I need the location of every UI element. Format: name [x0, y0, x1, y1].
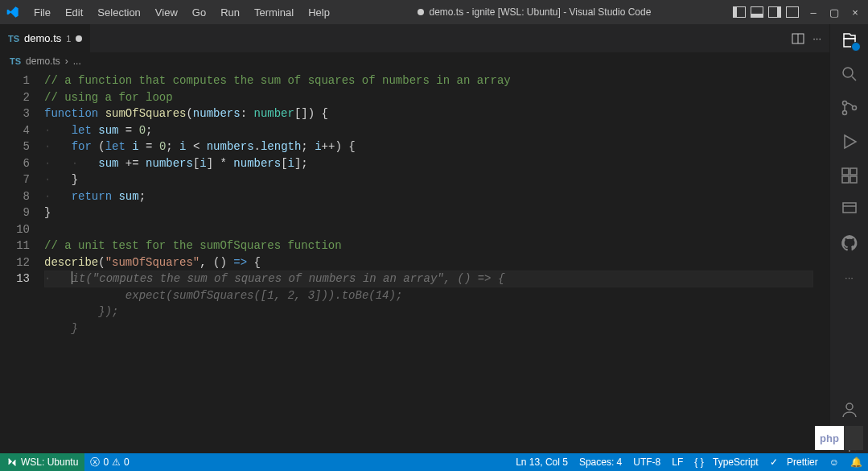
remote-indicator[interactable]: WSL: Ubuntu [0, 453, 84, 471]
tab-actions: ··· [784, 24, 829, 52]
svg-rect-8 [842, 176, 849, 183]
run-debug-icon[interactable] [840, 132, 859, 151]
eol[interactable]: LF [666, 457, 689, 468]
activity-bar: ··· [829, 24, 868, 453]
svg-point-5 [842, 111, 846, 115]
code-content[interactable]: // a function that computes the sum of s… [44, 70, 821, 453]
problems-indicator[interactable]: ⓧ0 ⚠0 [84, 453, 134, 471]
layout-custom-icon[interactable] [786, 6, 799, 18]
more-actions-icon[interactable]: ··· [812, 32, 821, 44]
prettier-status[interactable]: ✓ Prettier [764, 457, 824, 468]
svg-point-2 [843, 68, 853, 77]
menu-file[interactable]: File [27, 3, 57, 22]
title-bar: File Edit Selection View Go Run Terminal… [0, 0, 868, 24]
modified-dot-icon [418, 9, 424, 15]
breadcrumb[interactable]: TS demo.ts › ... [0, 52, 829, 70]
tab-modified-count: 1 [66, 34, 71, 43]
language-mode[interactable]: { } TypeScript [689, 457, 763, 468]
remote-icon [6, 457, 18, 468]
indentation[interactable]: Spaces: 4 [574, 457, 627, 468]
svg-point-4 [842, 101, 846, 105]
minimize-button[interactable]: – [807, 6, 820, 19]
menu-go[interactable]: Go [186, 3, 212, 22]
close-button[interactable]: × [849, 6, 862, 19]
menu-bar: File Edit Selection View Go Run Terminal… [27, 3, 336, 22]
minimap[interactable] [821, 70, 829, 453]
svg-rect-11 [843, 203, 856, 213]
notification-badge [851, 42, 861, 52]
window-title-text: demo.ts - ignite [WSL: Ubuntu] - Visual … [429, 6, 651, 18]
status-bar: WSL: Ubuntu ⓧ0 ⚠0 Ln 13, Col 5 Spaces: 4… [0, 453, 868, 471]
tab-demo-ts[interactable]: TS demo.ts 1 [0, 24, 91, 52]
split-editor-icon[interactable] [792, 32, 804, 45]
warning-icon: ⚠ [112, 457, 121, 468]
menu-terminal[interactable]: Terminal [248, 3, 300, 22]
php-watermark: php [815, 426, 863, 450]
layout-left-icon[interactable] [733, 6, 746, 18]
explorer-icon[interactable] [840, 31, 859, 50]
tab-modified-dot-icon [76, 35, 82, 42]
svg-point-13 [846, 403, 853, 410]
error-icon: ⓧ [90, 456, 100, 469]
check-icon: ✓ [770, 457, 778, 468]
feedback-icon[interactable]: ☺ [824, 457, 845, 468]
vscode-icon [6, 6, 19, 19]
extensions-icon[interactable] [840, 166, 859, 185]
more-sidebar-icon[interactable]: ··· [840, 267, 859, 287]
remote-name: WSL: Ubuntu [21, 457, 78, 468]
typescript-file-icon: TS [8, 34, 19, 43]
svg-point-6 [852, 106, 856, 110]
warning-count: 0 [124, 457, 130, 468]
cursor-position[interactable]: Ln 13, Col 5 [510, 457, 574, 468]
menu-view[interactable]: View [149, 3, 184, 22]
remote-explorer-icon[interactable] [840, 200, 859, 219]
svg-line-3 [852, 76, 856, 81]
window-title: demo.ts - ignite [WSL: Ubuntu] - Visual … [336, 6, 733, 18]
svg-rect-9 [850, 176, 857, 183]
window-controls: – ▢ × [807, 6, 862, 19]
svg-rect-10 [850, 168, 857, 175]
source-control-icon[interactable] [840, 98, 859, 118]
github-icon[interactable] [840, 233, 859, 253]
main-area: TS demo.ts 1 ··· TS demo.ts › ... 123456… [0, 24, 868, 453]
editor-tabs: TS demo.ts 1 ··· [0, 24, 829, 52]
menu-selection[interactable]: Selection [91, 3, 146, 22]
layout-right-icon[interactable] [768, 6, 781, 18]
notifications-icon[interactable]: 🔔 [845, 457, 868, 468]
code-editor[interactable]: 12345678910111213 // a function that com… [0, 70, 829, 453]
menu-help[interactable]: Help [302, 3, 336, 22]
line-number-gutter: 12345678910111213 [0, 70, 44, 453]
breadcrumb-file[interactable]: demo.ts [26, 56, 60, 67]
chevron-right-icon: › [65, 56, 68, 67]
breadcrumb-more[interactable]: ... [73, 56, 81, 67]
tab-filename: demo.ts [24, 32, 61, 44]
maximize-button[interactable]: ▢ [828, 6, 841, 19]
menu-run[interactable]: Run [214, 3, 246, 22]
encoding[interactable]: UTF-8 [627, 457, 666, 468]
braces-icon: { } [694, 457, 703, 468]
account-icon[interactable] [840, 400, 859, 419]
layout-controls [733, 6, 799, 18]
svg-rect-7 [842, 168, 849, 175]
typescript-file-icon: TS [10, 56, 21, 66]
layout-bottom-icon[interactable] [751, 6, 763, 18]
editor-area: TS demo.ts 1 ··· TS demo.ts › ... 123456… [0, 24, 829, 453]
menu-edit[interactable]: Edit [59, 3, 89, 22]
error-count: 0 [103, 457, 109, 468]
search-icon[interactable] [840, 64, 859, 84]
